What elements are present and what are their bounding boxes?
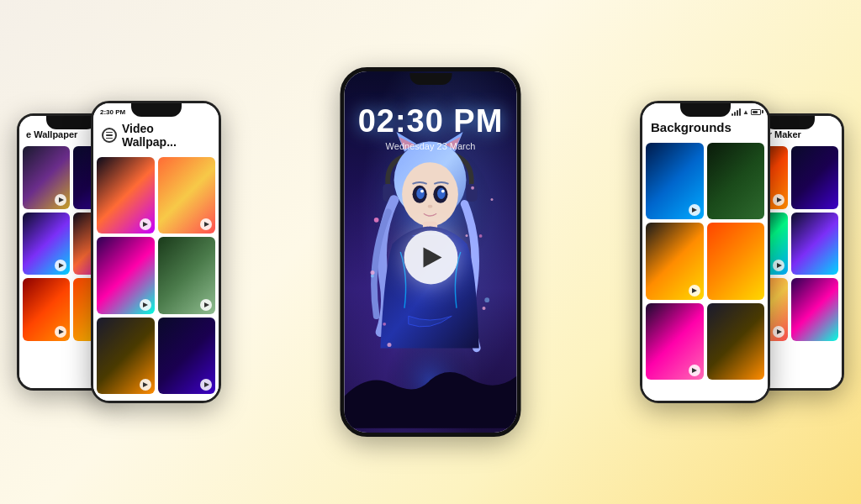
signal-bars bbox=[732, 108, 741, 116]
play-indicator bbox=[689, 204, 700, 216]
thumb-item[interactable] bbox=[791, 278, 838, 341]
main-scene: e Wallpaper bbox=[0, 0, 861, 504]
app-screen-left2: 2:30 PM Video Wallpap... bbox=[93, 103, 219, 401]
thumb-bg bbox=[158, 318, 216, 394]
clock-display: 02:30 PM bbox=[358, 103, 504, 139]
thumb-item[interactable] bbox=[791, 146, 838, 209]
thumb-bg bbox=[158, 157, 216, 234]
thumb-item[interactable] bbox=[23, 146, 70, 209]
thumb-bg bbox=[791, 213, 838, 276]
thumb-item[interactable] bbox=[97, 318, 155, 394]
menu-icon[interactable] bbox=[102, 128, 117, 143]
signal-bar-2 bbox=[734, 112, 736, 116]
status-bar-right1: ▲ bbox=[642, 103, 768, 120]
thumb-item[interactable] bbox=[158, 318, 216, 394]
thumb-bg bbox=[791, 146, 838, 209]
thumb-grid-left2 bbox=[93, 154, 219, 397]
thumb-bg bbox=[646, 223, 704, 299]
thumb-bg bbox=[97, 237, 155, 313]
phone-backgrounds: ▲ Backgrounds bbox=[640, 101, 770, 403]
thumb-bg bbox=[791, 278, 838, 341]
thumb-bg bbox=[97, 318, 155, 394]
status-time-left2: 2:30 PM bbox=[100, 108, 125, 116]
app-title-left2: Video Wallpap... bbox=[122, 122, 210, 149]
play-indicator bbox=[773, 326, 784, 338]
particle bbox=[370, 270, 374, 275]
play-indicator bbox=[773, 260, 784, 271]
phone-screen-left2: 2:30 PM Video Wallpap... bbox=[93, 103, 219, 401]
battery-icon bbox=[751, 109, 761, 115]
app-screen-right1: ▲ Backgrounds bbox=[642, 103, 768, 401]
play-indicator bbox=[200, 218, 212, 230]
phone-center: 02:30 PM Wednesday 23 March bbox=[341, 67, 521, 437]
play-indicator bbox=[55, 260, 66, 271]
thumb-bg bbox=[707, 303, 765, 380]
thumb-item[interactable] bbox=[158, 157, 216, 234]
phone-screen-center: 02:30 PM Wednesday 23 March bbox=[345, 71, 517, 433]
thumb-bg bbox=[97, 157, 155, 234]
thumb-item[interactable] bbox=[646, 303, 704, 380]
play-indicator bbox=[773, 194, 784, 206]
thumb-bg bbox=[646, 143, 704, 219]
status-bar-left2: 2:30 PM bbox=[93, 103, 219, 120]
signal-bar-4 bbox=[739, 108, 741, 116]
thumb-bg bbox=[158, 237, 216, 313]
play-indicator bbox=[200, 299, 212, 311]
thumb-bg bbox=[707, 143, 765, 219]
thumb-bg bbox=[23, 146, 70, 209]
thumb-item[interactable] bbox=[646, 223, 704, 299]
particle bbox=[465, 234, 467, 237]
particle bbox=[483, 307, 486, 310]
particle bbox=[491, 198, 494, 201]
thumb-bg bbox=[23, 213, 70, 276]
play-indicator bbox=[689, 365, 700, 376]
thumb-item[interactable] bbox=[23, 278, 70, 341]
lockscreen-time: 02:30 PM Wednesday 23 March bbox=[358, 103, 504, 151]
play-indicator bbox=[140, 379, 151, 391]
play-indicator bbox=[140, 299, 151, 311]
play-indicator bbox=[689, 285, 700, 297]
menu-line bbox=[106, 138, 113, 139]
thumb-item[interactable] bbox=[158, 237, 216, 313]
thumb-item[interactable] bbox=[97, 157, 155, 234]
menu-line bbox=[106, 132, 113, 134]
phone-screen-right1: ▲ Backgrounds bbox=[642, 103, 768, 401]
thumb-item[interactable] bbox=[707, 303, 765, 380]
thumb-bg bbox=[646, 303, 704, 380]
phone-video-wallpaper: 2:30 PM Video Wallpap... bbox=[91, 101, 221, 403]
thumb-grid-right1 bbox=[642, 139, 768, 383]
signal-bar-1 bbox=[732, 113, 733, 116]
thumb-bg bbox=[23, 278, 70, 341]
particle bbox=[388, 343, 392, 347]
play-indicator bbox=[55, 326, 66, 338]
status-right-icons: ▲ bbox=[732, 108, 761, 116]
play-indicator bbox=[200, 379, 212, 391]
play-indicator bbox=[140, 218, 151, 230]
thumb-item[interactable] bbox=[646, 143, 704, 219]
battery-fill bbox=[753, 111, 758, 113]
thumb-item[interactable] bbox=[707, 223, 765, 299]
lockscreen: 02:30 PM Wednesday 23 March bbox=[345, 71, 517, 433]
thumb-item[interactable] bbox=[97, 237, 155, 313]
thumb-item[interactable] bbox=[23, 213, 70, 276]
thumb-bg bbox=[707, 223, 765, 299]
signal-bar-3 bbox=[737, 110, 738, 116]
date-display: Wednesday 23 March bbox=[358, 141, 504, 151]
thumb-item[interactable] bbox=[791, 213, 838, 276]
phone-notch-center bbox=[409, 73, 452, 85]
play-button[interactable] bbox=[404, 230, 457, 284]
play-indicator bbox=[55, 194, 66, 206]
app-title-right1: Backgrounds bbox=[651, 120, 732, 134]
wifi-icon: ▲ bbox=[742, 108, 749, 116]
thumb-item[interactable] bbox=[707, 143, 765, 219]
menu-line bbox=[106, 134, 113, 136]
